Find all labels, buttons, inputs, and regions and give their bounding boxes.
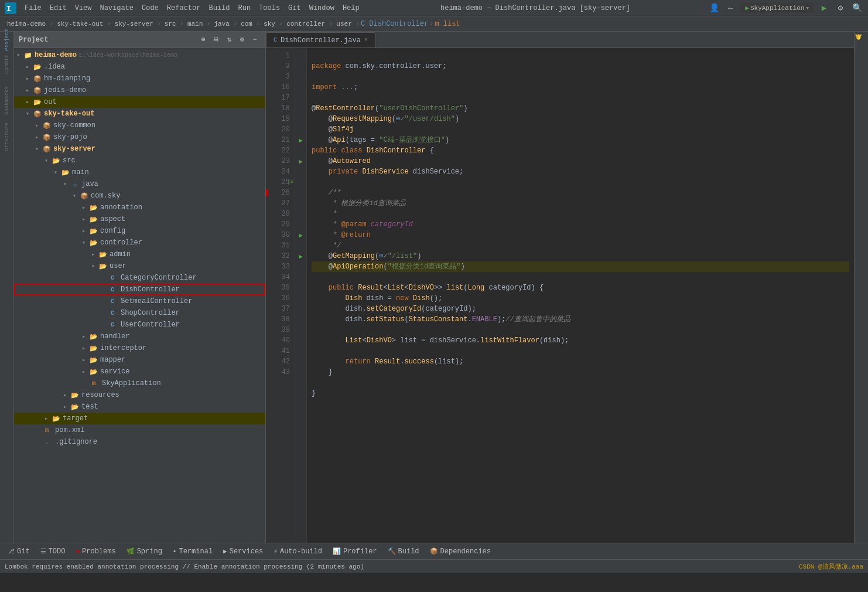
menu-edit[interactable]: Edit (46, 3, 70, 13)
tree-item-comsky[interactable]: ▾ 📦 com.sky (14, 190, 265, 202)
breadcrumb-root[interactable]: heima-demo (5, 19, 48, 29)
tree-item-user[interactable]: ▾ 📂 user (14, 260, 265, 272)
tab-close-btn[interactable]: × (364, 37, 368, 43)
search-everywhere-button[interactable]: 🔍 (850, 2, 863, 15)
bottom-tab-profiler[interactable]: 📊 Profiler (328, 545, 382, 559)
tree-item-hm-dianping[interactable]: ▸ 📦 hm-dianping (14, 73, 265, 84)
tree-item-jedis-demo[interactable]: ▸ 📦 jedis-demo (14, 84, 265, 96)
tree-item-setmeal-controller[interactable]: ▸ C SetmealController (14, 295, 265, 307)
code-line-26: * 根据分类id查询菜品 (312, 199, 406, 207)
breadcrumb-module[interactable]: sky-take-out (54, 19, 105, 29)
menu-git[interactable]: Git (285, 3, 305, 13)
hide-panel-btn[interactable]: − (249, 34, 261, 46)
tree-item-sky-take-out[interactable]: ▾ 📦 sky-take-out (14, 108, 265, 120)
tree-item-sky-common[interactable]: ▸ 📦 sky-common (14, 120, 265, 131)
menu-run[interactable]: Run (234, 3, 254, 13)
tree-item-annotation[interactable]: ▸ 📂 annotation (14, 202, 265, 213)
breadcrumb-src[interactable]: src (162, 19, 179, 29)
tree-item-gitignore[interactable]: ▸ . .gitignore (14, 436, 265, 448)
bottom-tab-spring[interactable]: 🌿 Spring (122, 545, 167, 559)
menu-navigate[interactable]: Navigate (96, 3, 137, 13)
menu-view[interactable]: View (71, 3, 95, 13)
tree-item-aspect[interactable]: ▸ 📂 aspect (14, 213, 265, 225)
settings-btn[interactable]: ⚙ (236, 34, 248, 46)
right-notifications[interactable]: 🔔 (856, 34, 867, 41)
breadcrumb-method[interactable]: m list (435, 20, 460, 28)
tree-item-target[interactable]: ▸ 📂 target (14, 413, 265, 424)
tree-item-main[interactable]: ▾ 📂 main (14, 166, 265, 178)
menu-help[interactable]: Help (339, 3, 363, 13)
menu-window[interactable]: Window (306, 3, 338, 13)
ln-39: 39 (266, 325, 295, 335)
project-icon[interactable]: Project (1, 34, 13, 46)
ln-22: 22 (266, 145, 295, 156)
breadcrumb-server[interactable]: sky-server (112, 19, 156, 29)
right-panel: 🔔 (854, 32, 868, 543)
tree-item-controller[interactable]: ▾ 📂 controller (14, 237, 265, 249)
menu-tools[interactable]: Tools (255, 3, 283, 13)
run-config-dropdown[interactable]: ▾ (805, 4, 809, 12)
profile-btn[interactable]: 👤 (708, 2, 720, 15)
tree-item-test[interactable]: ▸ 📂 test (14, 401, 265, 413)
breadcrumb-main[interactable]: main (185, 19, 205, 29)
breadcrumb-com[interactable]: com (238, 19, 255, 29)
menu-code[interactable]: Code (138, 3, 162, 13)
sort-btn[interactable]: ⇅ (223, 34, 235, 46)
tree-item-src[interactable]: ▾ 📂 src (14, 155, 265, 166)
bottom-tab-services[interactable]: ▶ Services (218, 545, 268, 559)
breadcrumb-class[interactable]: C DishController (361, 20, 428, 28)
structure-icon[interactable]: Structure (1, 131, 13, 143)
tree-item-sky-server[interactable]: ▾ 📦 sky-server (14, 143, 265, 155)
tree-item-interceptor[interactable]: ▸ 📂 interceptor (14, 342, 265, 354)
tree-item-service[interactable]: ▸ 📂 service (14, 366, 265, 377)
tree-item-resources[interactable]: ▸ 📂 resources (14, 389, 265, 401)
settings-button[interactable]: ⚙ (834, 2, 847, 15)
ln-1: 1 (266, 50, 295, 61)
tree-item-shop-controller[interactable]: ▸ C ShopController (14, 307, 265, 319)
bottom-tab-auto-build[interactable]: ⚡ Auto-build (269, 545, 327, 559)
tree-item-out[interactable]: ▸ 📂 out (14, 96, 265, 108)
terminal-icon: ▪ (173, 548, 177, 555)
tree-item-idea[interactable]: ▸ 📂 .idea (14, 61, 265, 73)
bottom-tab-dependencies[interactable]: 📦 Dependencies (425, 545, 495, 559)
bottom-tab-problems[interactable]: ● Problems (71, 545, 120, 559)
tree-item-mapper[interactable]: ▸ 📂 mapper (14, 354, 265, 366)
tree-item-config[interactable]: ▸ 📂 config (14, 225, 265, 237)
tab-filename: DishController.java (281, 36, 361, 45)
collapse-all-btn[interactable]: ⊟ (210, 34, 222, 46)
breadcrumb-user[interactable]: user (334, 19, 354, 29)
commit-icon[interactable]: Commit (1, 59, 13, 70)
menu-file[interactable]: File (21, 3, 45, 13)
breadcrumb-controller[interactable]: controller (284, 19, 327, 29)
bottom-tab-git[interactable]: ⎇ Git (2, 545, 35, 559)
breadcrumb-java[interactable]: java (211, 19, 231, 29)
tree-item-dish-controller[interactable]: ▸ C DishController (14, 284, 265, 295)
code-line-22: @Autowired (312, 157, 371, 165)
tree-item-heima-demo[interactable]: ▾ 📁 heima-demo E:\idea-workspace\heima-d… (14, 49, 265, 61)
tree-item-user-controller[interactable]: ▸ C UserController (14, 319, 265, 331)
locate-file-btn[interactable]: ⊕ (197, 34, 209, 46)
code-line-1: package com.sky.controller.user; (312, 62, 446, 70)
tree-item-java[interactable]: ▾ ☕ java (14, 178, 265, 190)
gutter-method-run2[interactable]: ▶ (295, 251, 306, 261)
menu-build[interactable]: Build (205, 3, 233, 13)
tree-item-category-controller[interactable]: ▸ C CategoryController (14, 272, 265, 284)
tree-item-handler[interactable]: ▸ 📂 handler (14, 331, 265, 342)
editor-tab-dishcontroller[interactable]: C DishController.java × (266, 32, 375, 47)
code-editor[interactable]: package com.sky.controller.user; import … (307, 48, 854, 543)
gutter-method-run[interactable]: ▶ (295, 230, 306, 240)
tree-item-pom[interactable]: ▸ m pom.xml (14, 424, 265, 436)
tree-item-skyapplication[interactable]: ▸ m SkyApplication (14, 377, 265, 389)
bottom-tab-todo[interactable]: ☰ TODO (36, 545, 70, 559)
breadcrumb-sky[interactable]: sky (261, 19, 278, 29)
menu-refactor[interactable]: Refactor (163, 3, 204, 13)
code-line-34: Dish dish = new Dish(); (312, 294, 442, 302)
run-button[interactable]: ▶ (818, 2, 831, 15)
gutter-class-run[interactable]: ▶ (295, 135, 306, 145)
bookmarks-icon[interactable]: Bookmarks (1, 95, 13, 107)
back-btn[interactable]: ← (724, 2, 737, 15)
tree-item-sky-pojo[interactable]: ▸ 📦 sky-pojo (14, 131, 265, 143)
tree-item-admin[interactable]: ▸ 📂 admin (14, 249, 265, 260)
bottom-tab-terminal[interactable]: ▪ Terminal (168, 545, 217, 559)
bottom-tab-build[interactable]: 🔨 Build (383, 545, 424, 559)
